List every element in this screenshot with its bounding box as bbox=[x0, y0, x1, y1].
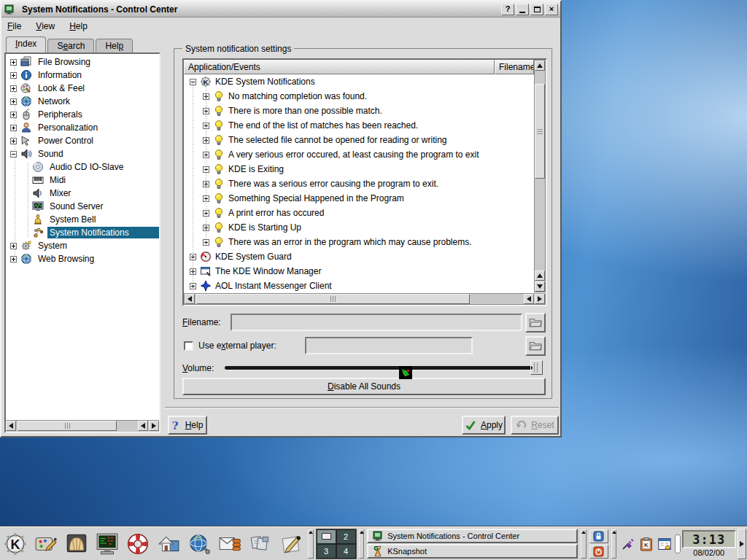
scroll-down-button[interactable] bbox=[535, 281, 545, 292]
reset-button[interactable]: Reset bbox=[511, 416, 559, 435]
sidebar-item-web-browsing[interactable]: Web Browsing bbox=[6, 252, 159, 265]
expander-plus-icon[interactable] bbox=[10, 72, 17, 79]
launcher-notes[interactable] bbox=[246, 529, 275, 559]
menu-help[interactable]: Help bbox=[69, 21, 88, 31]
disable-all-sounds-button[interactable]: Disable All Sounds bbox=[182, 378, 546, 395]
sidebar-item-power-control[interactable]: Power Control bbox=[6, 134, 159, 147]
sidebar-item-sound[interactable]: Sound bbox=[6, 147, 159, 160]
event-row[interactable]: Something Special Happened in the Progra… bbox=[184, 191, 534, 206]
volume-slider-handle[interactable] bbox=[530, 360, 543, 375]
expander-plus-icon[interactable] bbox=[10, 256, 17, 262]
applet-handle[interactable] bbox=[581, 529, 587, 559]
sidebar-item-network[interactable]: Network bbox=[6, 95, 159, 108]
expander-minus-icon[interactable] bbox=[10, 151, 17, 158]
event-row[interactable]: There is more than one possible match. bbox=[184, 104, 534, 118]
scroll-right-button[interactable] bbox=[535, 294, 545, 304]
launcher-mail[interactable] bbox=[215, 529, 244, 559]
sidebar-item-personalization[interactable]: Personalization bbox=[6, 121, 159, 134]
clock-applet[interactable]: 3:13 08/02/00 bbox=[682, 530, 736, 557]
event-row[interactable]: KKDE System Notifications bbox=[184, 74, 534, 89]
launcher-home-folder[interactable] bbox=[154, 529, 183, 559]
event-row[interactable]: AOL Instant Messenger Client bbox=[184, 279, 534, 292]
launcher-shell[interactable] bbox=[62, 529, 91, 559]
expander-plus-icon[interactable] bbox=[10, 138, 17, 144]
scroll-thumb[interactable] bbox=[535, 84, 545, 179]
applet-handle-bar[interactable] bbox=[675, 534, 681, 553]
event-row[interactable]: The KDE Window Manager bbox=[184, 264, 534, 279]
expander-plus-icon[interactable] bbox=[10, 98, 17, 105]
menu-view[interactable]: View bbox=[36, 21, 55, 31]
scroll-left-button[interactable] bbox=[6, 421, 16, 431]
scroll-thumb[interactable] bbox=[18, 421, 117, 431]
event-row[interactable]: The selected file cannot be opened for r… bbox=[184, 133, 534, 147]
expander-plus-icon[interactable] bbox=[10, 59, 17, 66]
apply-button[interactable]: Apply bbox=[462, 416, 506, 435]
sidebar-item-file-browsing[interactable]: File Browsing bbox=[6, 55, 159, 69]
applet-handle[interactable] bbox=[359, 529, 365, 559]
tab-help[interactable]: Help bbox=[96, 39, 133, 52]
volume-slider-track[interactable] bbox=[225, 366, 533, 370]
scroll-left-button[interactable] bbox=[185, 294, 195, 304]
scroll-right-button[interactable] bbox=[149, 421, 159, 431]
sidebar-item-system-bell[interactable]: System Bell bbox=[6, 213, 159, 226]
tab-index[interactable]: Index bbox=[6, 36, 46, 52]
launcher-k-menu[interactable]: K bbox=[1, 529, 30, 559]
event-row[interactable]: No matching completion was found. bbox=[184, 89, 534, 104]
expander-plus-icon[interactable] bbox=[10, 243, 17, 249]
sidebar-item-audio-cd-io-slave[interactable]: Audio CD IO-Slave bbox=[6, 160, 159, 174]
scroll-left-button-2[interactable] bbox=[138, 421, 148, 431]
clipboard-klipper-icon[interactable]: K bbox=[639, 537, 654, 551]
events-vscrollbar[interactable] bbox=[534, 60, 546, 292]
scroll-up-button-2[interactable] bbox=[535, 271, 545, 281]
expander-plus-icon[interactable] bbox=[10, 85, 17, 92]
event-row[interactable]: KDE System Guard bbox=[184, 249, 534, 264]
pager-desktop-1[interactable] bbox=[317, 529, 336, 544]
event-row[interactable]: There was an error in the program which … bbox=[184, 235, 534, 249]
external-player-input[interactable] bbox=[305, 337, 473, 354]
launcher-pen[interactable] bbox=[276, 529, 306, 559]
titlebar[interactable]: System Notifications - Control Center ? … bbox=[1, 1, 560, 18]
events-hscrollbar[interactable] bbox=[184, 293, 546, 305]
column-filename[interactable]: Filename bbox=[495, 60, 534, 74]
expander-plus-icon[interactable] bbox=[10, 125, 17, 131]
column-application-events[interactable]: Application/Events bbox=[184, 60, 495, 74]
scroll-left-button-2[interactable] bbox=[524, 294, 534, 304]
sidebar-item-system-notifications[interactable]: System Notifications bbox=[6, 226, 159, 239]
lock-screen-button[interactable] bbox=[589, 529, 608, 543]
taskbar-task-system-notifications-control-center[interactable]: System Notifications - Control Center bbox=[367, 529, 578, 543]
menu-file[interactable]: File bbox=[7, 21, 21, 31]
sidebar-item-mixer[interactable]: Mixer bbox=[6, 187, 159, 200]
launcher-terminal[interactable] bbox=[93, 529, 122, 559]
launcher-help-lifering[interactable] bbox=[123, 529, 152, 559]
pager-desktop-3[interactable]: 3 bbox=[317, 544, 336, 559]
titlebar-help-button[interactable]: ? bbox=[501, 4, 514, 15]
logout-button[interactable] bbox=[589, 545, 608, 559]
klipper-plug-icon[interactable] bbox=[621, 537, 635, 551]
browse-player-button[interactable] bbox=[525, 336, 546, 356]
browse-filename-button[interactable] bbox=[525, 313, 546, 332]
launcher-desktop-palette[interactable] bbox=[31, 529, 61, 559]
pager-desktop-4[interactable]: 4 bbox=[336, 544, 356, 559]
sidebar-item-sound-server[interactable]: Sound Server bbox=[6, 200, 159, 213]
help-button[interactable]: ? Help bbox=[168, 416, 207, 435]
scroll-up-button[interactable] bbox=[535, 61, 545, 71]
sidebar-hscrollbar[interactable] bbox=[6, 420, 159, 432]
taskbar-task-ksnapshot[interactable]: KSnapshot bbox=[367, 544, 578, 559]
sidebar-item-system[interactable]: System bbox=[6, 239, 159, 252]
event-row[interactable]: There was a serious error causing the pr… bbox=[184, 176, 534, 191]
event-row[interactable]: KDE is Exiting bbox=[184, 162, 534, 176]
panel-hide-button[interactable] bbox=[738, 529, 746, 559]
tab-search[interactable]: Search bbox=[47, 39, 94, 52]
applet-handle[interactable] bbox=[611, 529, 617, 559]
event-row[interactable]: The end of the list of matches has been … bbox=[184, 118, 534, 133]
filename-input[interactable] bbox=[231, 314, 522, 331]
sidebar-item-information[interactable]: Information bbox=[6, 69, 159, 82]
sidebar-item-peripherals[interactable]: Peripherals bbox=[6, 108, 159, 121]
sidebar-item-midi[interactable]: Midi bbox=[6, 174, 159, 187]
event-row[interactable]: A print error has occured bbox=[184, 206, 534, 220]
launcher-konqueror[interactable] bbox=[185, 529, 214, 559]
scroll-thumb[interactable] bbox=[196, 294, 470, 304]
maximize-button[interactable] bbox=[530, 4, 543, 15]
minimize-button[interactable] bbox=[516, 4, 529, 15]
use-external-player-checkbox[interactable] bbox=[184, 341, 193, 351]
